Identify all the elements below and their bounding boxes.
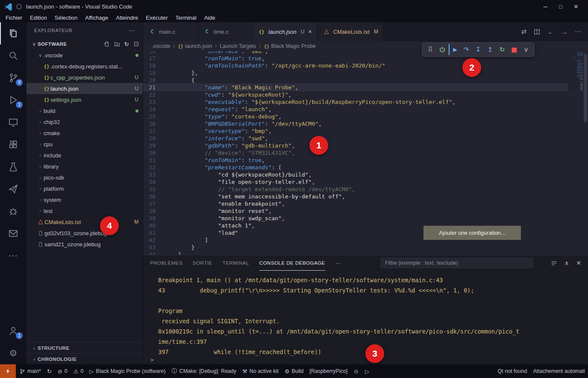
new-file-icon[interactable] bbox=[104, 41, 110, 47]
step-into-icon[interactable]: ↧ bbox=[473, 44, 484, 55]
tree-item-cpu[interactable]: ›cpu bbox=[26, 139, 143, 150]
editor-scrollbar[interactable] bbox=[583, 51, 588, 255]
activity-source-control[interactable]: 9 bbox=[0, 67, 26, 89]
close-panel-icon[interactable]: ✕ bbox=[576, 260, 581, 266]
breadcrumb-launch-targets[interactable]: Launch Targets bbox=[220, 43, 256, 49]
line-number[interactable]: 30 bbox=[143, 149, 165, 157]
line-number[interactable]: 34 bbox=[143, 178, 165, 186]
section-structure[interactable]: ›STRUCTURE bbox=[26, 342, 143, 353]
menu-s-lection[interactable]: Sélection bbox=[51, 14, 81, 22]
line-number[interactable]: 38 bbox=[143, 207, 165, 215]
line-number[interactable]: 24 bbox=[143, 106, 165, 113]
line-number[interactable]: 20 bbox=[143, 77, 165, 84]
line-number[interactable]: 21 bbox=[143, 84, 165, 91]
tree-item-pico-sdk[interactable]: ›pico-sdk bbox=[26, 172, 143, 183]
drag-icon[interactable]: ⠿ bbox=[425, 44, 436, 55]
panel-tab-sortie[interactable]: SORTIE bbox=[193, 255, 212, 271]
tree-item-samd21-ozone-jdebug[interactable]: samd21_ozone.jdebug bbox=[26, 239, 143, 250]
tree-item-c-cpp-properties-json[interactable]: {}c_cpp_properties.jsonU bbox=[26, 72, 143, 83]
tab-launch-json[interactable]: {}launch.jsonU× bbox=[253, 22, 318, 41]
status-remote[interactable] bbox=[0, 364, 16, 378]
close-tab-icon[interactable]: × bbox=[308, 28, 312, 35]
tree-item-build[interactable]: ›build bbox=[26, 105, 143, 116]
tree-item-cmakelists-txt[interactable]: CMakeLists.txtM bbox=[26, 216, 143, 227]
status-qt[interactable]: Qt not found bbox=[495, 364, 530, 378]
open-changes-icon[interactable]: ⇄ bbox=[521, 28, 526, 35]
line-number[interactable]: 32 bbox=[143, 164, 165, 171]
workspace-section-header[interactable]: ∨ SOFTWARE ↻ bbox=[26, 38, 143, 50]
breadcrumb-vscode[interactable]: .vscode bbox=[152, 43, 170, 49]
maximize-icon[interactable]: □ bbox=[553, 3, 568, 10]
activity-debug-tool[interactable] bbox=[0, 200, 26, 222]
tree-item-gd32vf103-ozone-jdebug[interactable]: gd32vf103_ozone.jdebug bbox=[26, 227, 143, 239]
line-number[interactable]: 25 bbox=[143, 113, 165, 120]
line-number[interactable]: 39 bbox=[143, 215, 165, 222]
new-folder-icon[interactable] bbox=[114, 41, 120, 47]
line-number[interactable]: 33 bbox=[143, 171, 165, 178]
scrollbar-thumb[interactable] bbox=[584, 54, 587, 122]
breadcrumb-launch-json[interactable]: {}launch.json bbox=[178, 43, 212, 49]
activity-mail-tool[interactable] bbox=[0, 222, 26, 245]
status-errors[interactable]: ⊘0 bbox=[55, 364, 71, 378]
status-warnings[interactable]: ⚠0 bbox=[71, 364, 87, 378]
activity-testing[interactable] bbox=[0, 156, 26, 178]
activity-deploy[interactable] bbox=[0, 178, 26, 200]
activity-settings[interactable]: ⚙ bbox=[0, 342, 26, 364]
continue-icon[interactable]: ▶ bbox=[449, 44, 460, 55]
line-number[interactable]: 16 bbox=[143, 51, 165, 55]
tree-item-library[interactable]: ›library bbox=[26, 161, 143, 172]
panel-more-icon[interactable]: ⋯ bbox=[335, 260, 341, 266]
panel-tab-probl-mes[interactable]: PROBLÈMES bbox=[150, 255, 182, 271]
line-number[interactable]: 27 bbox=[143, 127, 165, 135]
line-number[interactable]: 42 bbox=[143, 236, 165, 244]
line-number[interactable]: 22 bbox=[143, 91, 165, 98]
section-chronologie[interactable]: ›CHRONOLOGIE bbox=[26, 353, 143, 364]
navigate-back-icon[interactable]: ← bbox=[547, 28, 554, 35]
tree-item-chip32[interactable]: ›chip32 bbox=[26, 116, 143, 127]
activity-extensions[interactable] bbox=[0, 133, 26, 156]
add-configuration-button[interactable]: Ajouter une configuration... bbox=[423, 226, 521, 240]
status-auto-attach[interactable]: Attachement automati bbox=[530, 364, 588, 378]
tree-item-cortex-debug-registers-stat[interactable]: {}.cortex-debug.registers.stat... bbox=[26, 61, 143, 72]
status-run[interactable]: ▷ bbox=[362, 364, 372, 378]
status-launch-config[interactable]: ▷Black Magic Probe (software) bbox=[86, 364, 168, 378]
status-cmake-status[interactable]: ⓘCMake: [Debug]: Ready bbox=[169, 364, 239, 378]
status-build[interactable]: ⚙Build bbox=[282, 364, 306, 378]
line-number[interactable]: 37 bbox=[143, 200, 165, 207]
activity-remote-explorer[interactable] bbox=[0, 111, 26, 133]
line-number[interactable]: 23 bbox=[143, 98, 165, 106]
line-number[interactable]: 31 bbox=[143, 157, 165, 164]
menu-edition[interactable]: Edition bbox=[26, 14, 51, 22]
clear-console-icon[interactable] bbox=[551, 260, 557, 266]
activity-account[interactable]: 1 bbox=[0, 320, 26, 342]
line-number[interactable]: 40 bbox=[143, 222, 165, 229]
line-number[interactable]: 28 bbox=[143, 135, 165, 142]
tree-item-test[interactable]: ›test bbox=[26, 205, 143, 216]
panel-tab-console-de-d-bogage[interactable]: CONSOLE DE DÉBOGAGE bbox=[259, 255, 325, 271]
debug-console[interactable]: Breakpoint 1, main () at /mnt/data/git/o… bbox=[143, 271, 588, 357]
editor-more-icon[interactable]: ⋯ bbox=[575, 28, 581, 35]
line-number[interactable]: 26 bbox=[143, 120, 165, 127]
step-over-icon[interactable]: ↷ bbox=[461, 44, 472, 55]
stop-icon[interactable]: ■ bbox=[509, 44, 520, 55]
menu-fichier[interactable]: Fichier bbox=[2, 14, 26, 22]
panel-tab-terminal[interactable]: TERMINAL bbox=[223, 255, 249, 271]
split-editor-icon[interactable] bbox=[534, 29, 540, 35]
minimap[interactable]: "interface": "swd", "runToMain": true, "… bbox=[567, 51, 583, 255]
tree-item-launch-json[interactable]: {}launch.jsonU bbox=[26, 83, 143, 94]
console-input[interactable]: > bbox=[143, 357, 588, 364]
step-out-icon[interactable]: ↥ bbox=[485, 44, 496, 55]
menu-terminal[interactable]: Terminal bbox=[172, 14, 200, 22]
tab-cmakelists-txt[interactable]: CMakeLists.txtM bbox=[318, 22, 384, 41]
power-icon[interactable] bbox=[437, 44, 448, 55]
navigate-forward-icon[interactable]: → bbox=[561, 28, 567, 35]
line-number[interactable]: 17 bbox=[143, 55, 165, 62]
menu-ex-cuter[interactable]: Exécuter bbox=[142, 14, 171, 22]
tree-item-vscode[interactable]: ∨.vscode bbox=[26, 50, 143, 61]
tree-item-cmake[interactable]: ›cmake bbox=[26, 127, 143, 139]
breadcrumb-black-magic-probe[interactable]: {}Black Magic Probe bbox=[264, 43, 316, 49]
line-number[interactable]: 43 bbox=[143, 244, 165, 251]
tree-item-include[interactable]: ›include bbox=[26, 150, 143, 161]
activity-search[interactable] bbox=[0, 44, 26, 67]
status-branch[interactable]: main* bbox=[17, 364, 44, 378]
